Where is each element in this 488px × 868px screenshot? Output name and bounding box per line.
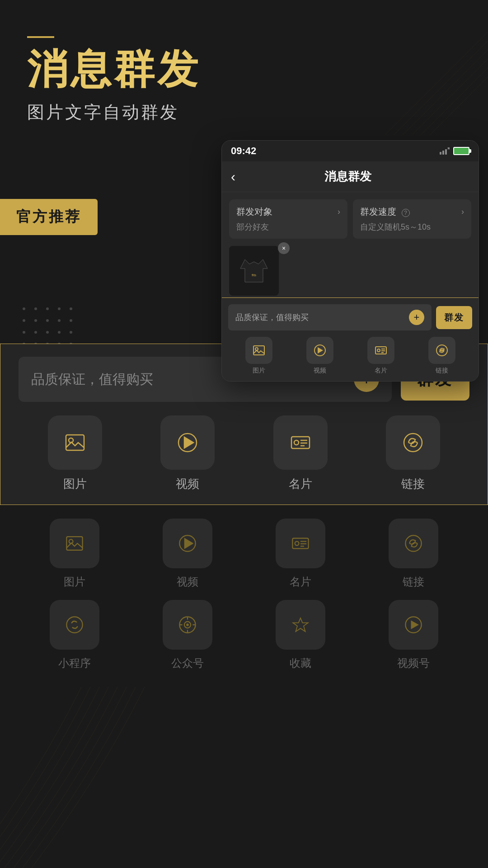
target-label: 群发对象 [236,206,272,218]
miniprogram-label: 小程序 [58,656,91,670]
miniprogram-icon [65,615,84,635]
svg-marker-20 [184,437,193,448]
phone-media-link[interactable]: 链接 [428,337,455,375]
navbar-title: 消息群发 [244,169,451,184]
video-label: 视频 [176,476,199,492]
dot [46,307,49,310]
favorites-icon-box [276,600,325,650]
video-label-dim: 视频 [177,575,198,589]
svg-point-41 [187,624,188,626]
media-official-account[interactable]: 公众号 [163,600,212,670]
card-icon-box [273,415,328,470]
phone-media-icons: 图片 视频 [228,337,472,375]
phone-add-button[interactable]: + [409,310,424,325]
target-chevron-icon: › [338,207,340,217]
dot [58,307,61,310]
media-row2: 图片 视频 名片 [0,505,488,589]
speed-help-icon: ? [402,209,410,217]
card-icon [289,431,312,454]
video-account-icon-box [389,600,438,650]
dash-decoration [27,36,54,38]
link-label-dim: 链接 [403,575,424,589]
svg-marker-30 [185,538,193,548]
media-link-dim[interactable]: 链接 [389,519,438,589]
target-settings-card[interactable]: 群发对象 › 部分好友 [229,199,347,239]
phone-link-label: 链接 [436,367,448,375]
media-video-item[interactable]: 视频 [160,415,215,492]
phone-media-image[interactable]: 图片 [245,337,272,375]
image-preview-container: fits × [222,246,286,296]
phone-video-label: 视频 [314,367,326,375]
image-icon-dim [65,533,84,553]
status-bar: 09:42 [222,141,479,161]
image-label-dim: 图片 [64,575,85,589]
speed-label-text: 群发速度 [360,207,396,217]
speed-settings-card[interactable]: 群发速度 ? › 自定义随机5s～10s [353,199,471,239]
back-button[interactable]: ‹ [231,169,235,184]
link-icon [402,431,424,454]
main-title: 消息群发 [27,47,461,92]
link-label: 链接 [401,476,425,492]
image-icon-box-dim [50,519,99,568]
favorites-icon [291,615,310,635]
main-bottom-panel: 品质保证，值得购买 + 群发 图片 [0,344,488,868]
dot [70,319,72,322]
dot [58,331,61,334]
media-image-dim[interactable]: 图片 [50,519,99,589]
phone-image-label: 图片 [253,367,265,375]
dot [34,331,37,334]
phone-input-text: 品质保证，值得购买 [235,312,309,323]
preview-image: fits [229,246,279,296]
preview-close-button[interactable]: × [278,242,290,254]
image-icon [64,431,86,454]
svg-rect-0 [440,152,441,155]
official-account-icon [178,615,197,635]
svg-rect-8 [253,346,264,355]
media-video-dim[interactable]: 视频 [163,519,212,589]
dot [46,319,49,322]
app-navbar: ‹ 消息群发 [222,161,479,192]
link-icon-box [386,415,440,470]
main-media-row1: 图片 视频 [19,415,469,492]
miniprogram-icon-box [50,600,99,650]
link-icon-dim [404,533,423,553]
phone-input-panel: 品质保证，值得购买 + 群发 图片 [222,297,479,381]
media-image-item[interactable]: 图片 [48,415,102,492]
top-section: 消息群发 图片文字自动群发 [0,0,488,142]
dot [58,319,61,322]
official-badge: 官方推荐 [0,199,98,235]
svg-rect-28 [66,537,82,550]
dot [46,331,49,334]
video-icon [176,431,199,454]
phone-media-video[interactable]: 视频 [306,337,333,375]
phone-video-icon-box [306,337,333,364]
media-miniprogram[interactable]: 小程序 [50,600,99,670]
media-link-item[interactable]: 链接 [386,415,440,492]
media-video-account[interactable]: 视频号 [389,600,438,670]
target-value: 部分好友 [236,222,340,232]
media-card-dim[interactable]: 名片 [276,519,325,589]
svg-point-23 [294,440,299,445]
video-icon-box [160,415,215,470]
phone-send-button[interactable]: 群发 [436,306,472,329]
phone-link-icon-box [428,337,455,364]
signal-icon [440,147,450,155]
dot [70,307,72,310]
sub-title: 图片文字自动群发 [27,101,461,124]
dot [70,331,72,334]
speed-chevron-icon: › [461,207,464,217]
phone-card-label: 名片 [375,367,387,375]
phone-media-card[interactable]: 名片 [367,337,394,375]
status-time: 09:42 [231,145,256,157]
speed-label: 群发速度 ? [360,206,410,218]
official-account-icon-box [163,600,212,650]
card-icon-box-dim [276,519,325,568]
media-card-item[interactable]: 名片 [273,415,328,492]
svg-rect-1 [442,151,444,155]
phone-text-input[interactable]: 品质保证，值得购买 + [228,304,432,330]
image-icon-box [48,415,102,470]
settings-area: 群发对象 › 部分好友 群发速度 ? › 自定义随机5s～10s [222,192,479,246]
media-favorites[interactable]: 收藏 [276,600,325,670]
svg-text:fits: fits [252,273,256,277]
svg-point-33 [295,542,299,546]
